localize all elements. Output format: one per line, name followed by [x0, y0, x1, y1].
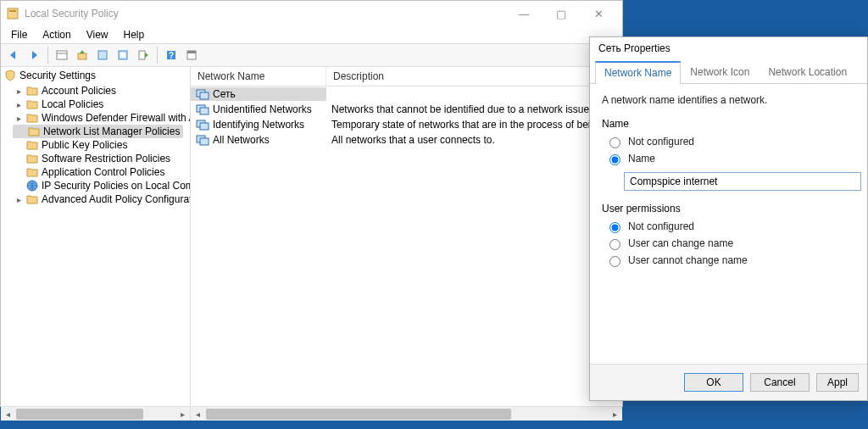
radio-input[interactable] — [609, 154, 620, 165]
toolbar-icon-2[interactable] — [114, 46, 132, 64]
tree-item-audit-policy[interactable]: ▸Advanced Audit Policy Configuration — [13, 192, 190, 206]
perm-group-title: User permissions — [602, 203, 855, 214]
tree-item-software-restriction[interactable]: Software Restriction Policies — [13, 152, 190, 165]
tree-item-label: Windows Defender Firewall with Advan — [42, 112, 190, 124]
tree-item-label: IP Security Policies on Local Computer — [42, 180, 190, 192]
svg-text:?: ? — [169, 51, 174, 60]
export-icon[interactable] — [134, 46, 153, 64]
menu-view[interactable]: View — [80, 27, 115, 42]
scroll-right-icon[interactable]: ▸ — [175, 407, 190, 421]
tab-network-name[interactable]: Network Name — [595, 61, 681, 84]
list-panel: Network Name Description Сеть Unidentifi… — [191, 67, 622, 406]
cancel-button[interactable]: Cancel — [750, 373, 810, 392]
folder-icon — [26, 85, 38, 97]
tree-item-label: Advanced Audit Policy Configuration — [42, 193, 190, 205]
list-row[interactable]: Identifying Networks Temporary state of … — [191, 117, 622, 132]
radio-input[interactable] — [609, 222, 620, 233]
radio-label: Not configured — [628, 220, 694, 232]
toolbar: ? — [1, 43, 622, 67]
tree-item-firewall[interactable]: ▸Windows Defender Firewall with Advan — [13, 111, 190, 125]
radio-label: Name — [628, 153, 655, 164]
row-name: Identifying Networks — [213, 119, 304, 131]
scroll-thumb[interactable] — [206, 409, 511, 420]
app-icon — [6, 7, 19, 20]
toolbar-separator — [47, 47, 48, 64]
tree-item-network-list-manager[interactable]: Network List Manager Policies — [13, 125, 183, 138]
column-description[interactable]: Description — [326, 67, 622, 86]
svg-rect-21 — [200, 138, 209, 145]
radio-name[interactable]: Name — [605, 152, 855, 165]
expand-icon[interactable]: ▸ — [14, 114, 23, 122]
row-name: All Networks — [213, 134, 270, 146]
up-icon[interactable] — [73, 46, 92, 64]
folder-icon — [26, 98, 38, 110]
scroll-right-icon[interactable]: ▸ — [608, 407, 622, 421]
tree-item-account-policies[interactable]: ▸Account Policies — [13, 84, 190, 98]
menu-action[interactable]: Action — [36, 27, 77, 42]
name-group-title: Name — [602, 118, 855, 130]
apply-button[interactable]: Appl — [816, 373, 859, 392]
tree-item-public-key[interactable]: Public Key Policies — [13, 138, 190, 152]
toolbar-icon-1[interactable] — [93, 46, 112, 64]
properties-icon[interactable] — [53, 46, 71, 64]
scroll-thumb[interactable] — [16, 409, 143, 420]
toolbar-separator — [157, 47, 158, 64]
radio-not-configured[interactable]: Not configured — [605, 135, 855, 148]
expand-icon[interactable]: ▸ — [14, 86, 23, 95]
scroll-left-icon[interactable]: ◂ — [191, 407, 205, 421]
network-properties-dialog: Сеть Properties Network Name Network Ico… — [589, 36, 868, 401]
forward-button[interactable] — [25, 46, 43, 64]
minimize-button[interactable]: — — [505, 2, 542, 25]
list-row[interactable]: Сеть — [191, 86, 622, 102]
row-desc — [326, 87, 622, 89]
dialog-tabs: Network Name Network Icon Network Locati… — [590, 61, 867, 84]
folder-icon — [28, 125, 40, 137]
folder-icon — [26, 139, 38, 151]
back-button[interactable] — [4, 46, 23, 64]
row-name: Сеть — [213, 88, 236, 100]
tree-item-label: Application Control Policies — [42, 166, 164, 178]
tree-root-label: Security Settings — [19, 70, 96, 81]
radio-perm-not-configured[interactable]: Not configured — [605, 220, 855, 233]
radio-perm-cannot-change[interactable]: User cannot change name — [605, 254, 855, 267]
ok-button[interactable]: OK — [684, 373, 743, 392]
list-row[interactable]: Unidentified Networks Networks that cann… — [191, 102, 622, 117]
tab-network-location[interactable]: Network Location — [759, 61, 856, 84]
expand-icon[interactable]: ▸ — [14, 195, 23, 203]
expand-icon[interactable]: ▸ — [14, 100, 23, 109]
tree-item-app-control[interactable]: Application Control Policies — [13, 165, 190, 179]
menu-help[interactable]: Help — [117, 27, 152, 42]
svg-rect-2 — [57, 51, 67, 59]
radio-perm-can-change[interactable]: User can change name — [605, 237, 855, 250]
column-network-name[interactable]: Network Name — [191, 67, 326, 86]
radio-input[interactable] — [609, 239, 620, 250]
tab-network-icon[interactable]: Network Icon — [681, 61, 759, 84]
tree-root[interactable]: Security Settings — [1, 67, 190, 84]
list-scrollbar[interactable]: ◂ ▸ — [191, 406, 622, 421]
row-desc: Temporary state of networks that are in … — [326, 118, 622, 131]
tree-item-local-policies[interactable]: ▸Local Policies — [13, 98, 190, 111]
scroll-left-icon[interactable]: ◂ — [1, 407, 15, 421]
radio-input[interactable] — [609, 137, 620, 148]
toolbar-icon-3[interactable] — [182, 46, 201, 64]
network-icon — [196, 134, 209, 146]
svg-rect-5 — [98, 51, 107, 59]
help-icon[interactable]: ? — [162, 46, 181, 64]
maximize-button[interactable]: ▢ — [542, 2, 580, 25]
folder-icon — [26, 166, 38, 178]
network-icon — [196, 88, 209, 100]
network-name-input[interactable] — [624, 172, 861, 191]
svg-rect-7 — [120, 53, 125, 58]
tree-scrollbar[interactable]: ◂ ▸ — [1, 406, 191, 421]
row-desc: All networks that a user connects to. — [326, 133, 622, 147]
menu-file[interactable]: File — [4, 27, 34, 42]
list-row[interactable]: All Networks All networks that a user co… — [191, 132, 622, 148]
tree-item-ipsec[interactable]: IP Security Policies on Local Computer — [13, 179, 190, 192]
shield-icon — [4, 70, 16, 81]
tree-panel: Security Settings ▸Account Policies ▸Loc… — [1, 67, 191, 406]
close-button[interactable]: ✕ — [580, 2, 617, 25]
radio-input[interactable] — [609, 256, 620, 267]
folder-icon — [26, 153, 38, 164]
svg-rect-1 — [9, 10, 16, 12]
local-security-policy-window: Local Security Policy — ▢ ✕ File Action … — [0, 0, 623, 407]
